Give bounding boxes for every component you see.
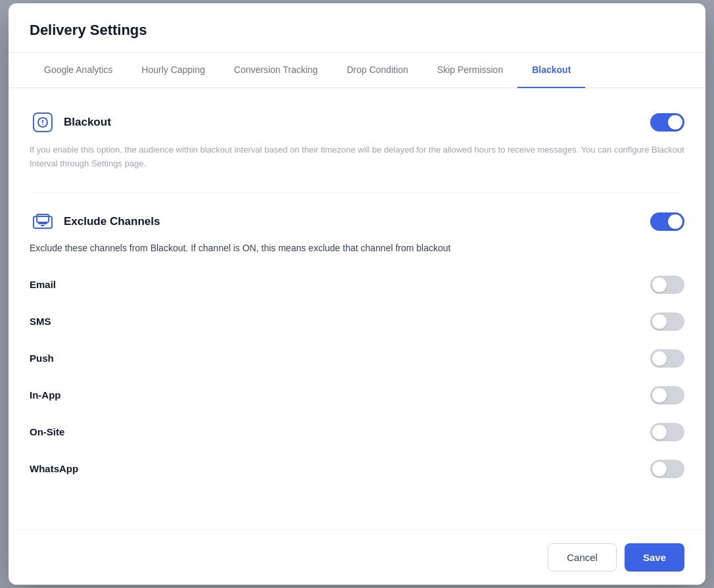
tab-hourly-capping[interactable]: Hourly Capping: [127, 53, 220, 88]
modal-header: Delivery Settings: [9, 3, 705, 53]
modal-body: Blackout If you enable this option, the …: [9, 88, 705, 529]
tab-conversion-tracking[interactable]: Conversion Tracking: [220, 53, 333, 88]
tab-google-analytics[interactable]: Google Analytics: [30, 53, 127, 88]
channel-toggle-email[interactable]: [650, 276, 684, 294]
channel-toggle-sms[interactable]: [650, 312, 684, 331]
channel-toggle-in-app[interactable]: [650, 386, 684, 404]
blackout-title: Blackout: [64, 116, 111, 129]
channel-toggle-whatsapp[interactable]: [650, 460, 684, 478]
blackout-icon: [30, 109, 56, 135]
channel-label-whatsapp: WhatsApp: [30, 463, 78, 474]
channel-row-email: Email: [30, 266, 684, 303]
exclude-channels-section: Exclude Channels Exclude these channels …: [30, 208, 684, 487]
tab-bar: Google Analytics Hourly Capping Conversi…: [9, 53, 705, 88]
channel-toggle-on-site[interactable]: [650, 423, 684, 441]
channel-label-on-site: On-Site: [30, 426, 64, 437]
blackout-header: Blackout: [30, 109, 684, 135]
section-divider: [30, 192, 684, 193]
delivery-settings-modal: Delivery Settings Google Analytics Hourl…: [9, 3, 705, 585]
exclude-channels-header: Exclude Channels: [30, 208, 684, 235]
channel-row-push: Push: [30, 340, 684, 377]
cancel-button[interactable]: Cancel: [548, 543, 617, 572]
exclude-channels-description: Exclude these channels from Blackout. If…: [30, 243, 684, 253]
blackout-description: If you enable this option, the audience …: [30, 143, 684, 171]
modal-title: Delivery Settings: [30, 22, 684, 39]
channel-row-on-site: On-Site: [30, 414, 684, 451]
tab-drop-condition[interactable]: Drop Condition: [332, 53, 422, 88]
svg-rect-2: [42, 124, 43, 125]
channel-label-sms: SMS: [30, 316, 51, 327]
exclude-channels-toggle[interactable]: [650, 212, 684, 231]
channel-label-email: Email: [30, 279, 56, 290]
modal-footer: Cancel Save: [9, 529, 705, 585]
channel-list: Email SMS Push: [30, 266, 684, 487]
save-button[interactable]: Save: [625, 543, 684, 572]
channel-toggle-push[interactable]: [650, 349, 684, 368]
channel-row-sms: SMS: [30, 303, 684, 340]
channel-label-in-app: In-App: [30, 389, 60, 401]
exclude-channels-icon: [30, 208, 56, 235]
channel-row-whatsapp: WhatsApp: [30, 451, 684, 487]
blackout-section: Blackout If you enable this option, the …: [30, 109, 684, 171]
tab-skip-permission[interactable]: Skip Permission: [423, 53, 517, 88]
tab-blackout[interactable]: Blackout: [517, 53, 585, 88]
svg-rect-1: [42, 120, 43, 123]
blackout-toggle[interactable]: [650, 113, 684, 132]
svg-rect-4: [37, 214, 49, 222]
channel-row-in-app: In-App: [30, 377, 684, 414]
channel-label-push: Push: [30, 353, 54, 364]
exclude-channels-title: Exclude Channels: [64, 215, 160, 228]
